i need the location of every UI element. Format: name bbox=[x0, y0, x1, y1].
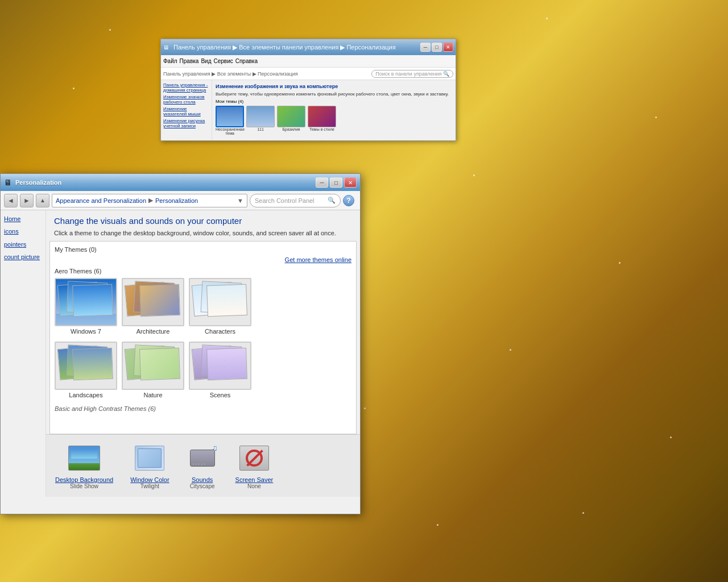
bg-sidebar-link-1[interactable]: Панель управления - домашняя страница bbox=[163, 82, 209, 93]
bg-theme-brazil-thumb bbox=[277, 106, 305, 127]
bg-window-controls: ─ □ ✕ bbox=[420, 43, 453, 52]
bg-address-bar: Панель управления ▶ Все элементы ▶ Персо… bbox=[161, 68, 456, 80]
bg-theme-brazil-name: Бразилия bbox=[277, 127, 305, 131]
sidebar-link-home[interactable]: Home bbox=[4, 215, 42, 223]
main-header: Change the visuals and sounds on your co… bbox=[46, 210, 360, 241]
bottom-bar: Desktop Background Slide Show Window Col… bbox=[46, 434, 360, 497]
desktop-bg-item[interactable]: Desktop Background Slide Show bbox=[55, 442, 113, 489]
maximize-btn[interactable]: □ bbox=[330, 177, 342, 188]
bg-theme-unsaved-name: Несохраненная тема bbox=[216, 127, 244, 135]
theme-landscapes[interactable]: Landscapes bbox=[55, 342, 117, 398]
nat-photo3 bbox=[139, 348, 180, 380]
get-more-link[interactable]: Get more themes online bbox=[55, 256, 351, 263]
bg-window-title: Панель управления ▶ Все элементы панели … bbox=[171, 44, 420, 51]
bg-sidebar-link-2[interactable]: Изменение значков рабочего стола bbox=[163, 94, 209, 105]
bg-theme-style-thumb bbox=[308, 106, 336, 127]
help-btn[interactable]: ? bbox=[343, 195, 354, 206]
theme-windows7[interactable]: Windows 7 bbox=[55, 278, 117, 335]
sounds-label[interactable]: Sounds bbox=[192, 476, 213, 483]
themes-scroll-area: My Themes (0) Get more themes online Aer… bbox=[50, 242, 356, 434]
sounds-icon-shape: ♫ bbox=[188, 446, 217, 471]
close-btn[interactable]: ✕ bbox=[344, 177, 357, 188]
bg-sidebar-link-3[interactable]: Изменение указателей мыши bbox=[163, 106, 209, 117]
aero-themes-grid-row2: Landscapes Nature bbox=[55, 342, 351, 398]
theme-nature-thumb bbox=[122, 342, 184, 390]
sidebar-link-icons[interactable]: icons bbox=[4, 227, 42, 235]
bg-theme-brazil[interactable]: Бразилия bbox=[277, 106, 305, 135]
bg-main-area: Изменение изображения и звука на компьют… bbox=[212, 80, 456, 140]
desktop-bg-sublabel: Slide Show bbox=[70, 483, 98, 489]
bg-search-field[interactable]: Поиск в панели управления 🔍 bbox=[371, 70, 453, 78]
up-btn[interactable]: ▲ bbox=[36, 194, 49, 207]
main-content: Change the visuals and sounds on your co… bbox=[46, 210, 360, 497]
theme-landscapes-thumb bbox=[55, 342, 117, 390]
bg-menu-file[interactable]: Файл bbox=[163, 58, 177, 64]
window-color-label[interactable]: Window Color bbox=[130, 476, 169, 483]
forward-btn[interactable]: ► bbox=[20, 194, 34, 207]
theme-scenes-thumb bbox=[189, 342, 251, 390]
theme-characters[interactable]: Characters bbox=[189, 278, 251, 335]
bg-menu-help[interactable]: Справка bbox=[235, 58, 258, 64]
theme-scenes[interactable]: Scenes bbox=[189, 342, 251, 398]
bg-theme-style[interactable]: Темы в стиле bbox=[308, 106, 336, 135]
screen-saver-icon-shape bbox=[239, 446, 269, 471]
arch-photo3 bbox=[139, 284, 180, 317]
theme-characters-name: Characters bbox=[189, 328, 251, 335]
main-window-title: Personalization bbox=[15, 179, 316, 186]
theme-nature-name: Nature bbox=[122, 392, 184, 398]
keyboard-icon: ♫ bbox=[190, 450, 215, 467]
minimize-btn[interactable]: ─ bbox=[316, 177, 328, 188]
breadcrumb-personalization[interactable]: Personalization bbox=[155, 197, 198, 204]
bg-menu-service[interactable]: Сервис bbox=[213, 58, 233, 64]
main-description: Click a theme to change the desktop back… bbox=[54, 229, 352, 238]
theme-nature[interactable]: Nature bbox=[122, 342, 184, 398]
window-color-item[interactable]: Window Color Twilight bbox=[130, 442, 169, 489]
search-placeholder-text: Search Control Panel bbox=[255, 197, 325, 204]
bg-menu-view[interactable]: Вид bbox=[201, 58, 211, 64]
sidebar-link-account[interactable]: count picture bbox=[4, 253, 42, 261]
desktop-bg-label[interactable]: Desktop Background bbox=[55, 476, 113, 483]
bg-menu-edit[interactable]: Правка bbox=[180, 58, 199, 64]
sounds-icon: ♫ bbox=[187, 442, 218, 474]
sidebar-link-pointers[interactable]: pointers bbox=[4, 240, 42, 248]
screen-saver-icon bbox=[238, 442, 270, 474]
bg-sidebar-link-4[interactable]: Изменение рисунка учетной записи bbox=[163, 118, 209, 128]
content-area: Home icons pointers count picture Change… bbox=[1, 210, 360, 497]
bg-main-desc: Выберите тему, чтобы одновременно измени… bbox=[216, 92, 452, 97]
desktop-bg-icon-shape bbox=[68, 446, 100, 471]
bg-minimize-btn[interactable]: ─ bbox=[420, 43, 431, 52]
left-sidebar: Home icons pointers count picture bbox=[1, 210, 46, 497]
sounds-item[interactable]: ♫ Sounds Cityscape bbox=[187, 442, 218, 489]
breadcrumb-dropdown-arrow[interactable]: ▼ bbox=[237, 197, 243, 204]
keyboard-keys bbox=[192, 463, 213, 465]
music-notes-icon: ♫ bbox=[212, 443, 218, 452]
key bbox=[192, 463, 195, 465]
breadcrumb-separator: ▶ bbox=[148, 197, 153, 204]
lands-photo3 bbox=[72, 348, 113, 380]
bg-maximize-btn[interactable]: □ bbox=[432, 43, 442, 52]
search-bar[interactable]: Search Control Panel 🔍 bbox=[250, 194, 341, 207]
theme-windows7-thumb bbox=[55, 278, 117, 326]
bg-themes-row: Несохраненная тема 111 Бразилия Темы в с… bbox=[216, 106, 452, 135]
bg-content-area: Панель управления - домашняя страница Из… bbox=[161, 80, 456, 140]
screen-saver-item[interactable]: Screen Saver None bbox=[235, 442, 274, 489]
key bbox=[195, 463, 197, 465]
bg-window-titlebar: 🖥 Панель управления ▶ Все элементы панел… bbox=[161, 39, 456, 55]
bg-theme-111[interactable]: 111 bbox=[246, 106, 275, 135]
theme-architecture-thumb bbox=[122, 278, 184, 326]
basic-themes-label: Basic and High Contrast Themes (6) bbox=[55, 405, 351, 412]
back-btn[interactable]: ◄ bbox=[4, 194, 18, 207]
screen-saver-label[interactable]: Screen Saver bbox=[235, 476, 274, 483]
bg-close-btn[interactable]: ✕ bbox=[443, 43, 453, 52]
bg-main-heading: Изменение изображения и звука на компьют… bbox=[216, 84, 452, 89]
breadcrumb-appearance[interactable]: Appearance and Personalization bbox=[56, 197, 146, 204]
bg-theme-unsaved-thumb bbox=[216, 106, 244, 127]
theme-windows7-name: Windows 7 bbox=[55, 328, 117, 335]
bg-theme-unsaved[interactable]: Несохраненная тема bbox=[216, 106, 244, 135]
desktop-bg-icon bbox=[68, 442, 100, 474]
sounds-sublabel: Cityscape bbox=[190, 483, 215, 489]
main-titlebar: 🖥 Personalization ─ □ ✕ bbox=[1, 174, 360, 191]
theme-architecture[interactable]: Architecture bbox=[122, 278, 184, 335]
theme-landscapes-name: Landscapes bbox=[55, 392, 117, 398]
search-icon: 🔍 bbox=[328, 197, 336, 204]
